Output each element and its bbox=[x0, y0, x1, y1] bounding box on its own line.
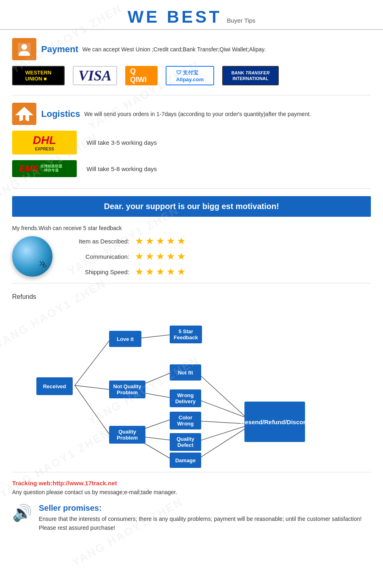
page-header: WE BEST Buyer Tips bbox=[0, 0, 383, 30]
logistics-header: Logistics We will send yours orders in 1… bbox=[12, 103, 371, 125]
divider-3 bbox=[12, 283, 371, 283]
refunds-section: Refunds bbox=[0, 285, 383, 470]
flow-received: Received bbox=[36, 377, 73, 395]
logistics-description: We will send yours orders in 1-7days (ac… bbox=[84, 111, 311, 117]
motivation-banner: Dear. your support is our bigg est motiv… bbox=[12, 196, 371, 217]
flowchart-container: Received Love it 5 Star Feedback Not Qua… bbox=[12, 309, 371, 462]
svg-line-4 bbox=[75, 385, 109, 434]
visa-logo: VISA bbox=[73, 66, 117, 85]
logistics-section: Logistics We will send yours orders in 1… bbox=[0, 97, 383, 187]
flow-quality-problem: Quality Problem bbox=[109, 426, 145, 444]
flow-wrong-delivery: Wrong Delivery bbox=[170, 389, 201, 407]
payment-icon bbox=[12, 38, 36, 60]
star-3: ★ bbox=[156, 235, 165, 247]
header-title: WE BEST bbox=[128, 7, 222, 26]
tracking-section: Tracking web:http://www.17track.net Any … bbox=[0, 474, 383, 498]
logistics-icon bbox=[12, 103, 36, 125]
star-s4: ★ bbox=[166, 266, 175, 277]
flow-five-star: 5 Star Feedback bbox=[170, 326, 202, 343]
flow-damage: Damage bbox=[170, 453, 201, 468]
star-5: ★ bbox=[177, 235, 186, 247]
payment-svg-icon bbox=[16, 41, 32, 57]
rating-label-ship: Shipping Speed: bbox=[65, 269, 129, 275]
svg-line-11 bbox=[198, 373, 246, 418]
western-union-logo: WESTERNUNION ■ bbox=[12, 66, 65, 85]
ems-logo: EMS 全球邮政联盟特快专递 bbox=[12, 160, 77, 177]
payment-label: Payment bbox=[41, 44, 78, 55]
star-c5: ★ bbox=[177, 251, 186, 262]
payment-section: Payment We can accept West Union ;Credit… bbox=[0, 34, 383, 93]
ems-days: Will take 5-8 working days bbox=[86, 165, 157, 172]
alipay-logo: 🛡 支付宝Alipay.com bbox=[166, 66, 214, 85]
speaker-icon: 🔊 bbox=[12, 503, 32, 522]
svg-line-14 bbox=[198, 426, 246, 441]
divider-1 bbox=[12, 95, 371, 95]
stars-comm: ★ ★ ★ ★ ★ bbox=[135, 251, 186, 262]
stars-item: ★ ★ ★ ★ ★ bbox=[135, 235, 186, 247]
feedback-intro: My frends.Wish can receive 5 star feedba… bbox=[12, 225, 371, 231]
rating-row-shipping: Shipping Speed: ★ ★ ★ ★ ★ bbox=[65, 266, 186, 277]
promises-title: Seller promises: bbox=[39, 503, 371, 513]
star-s2: ★ bbox=[145, 266, 154, 277]
star-s3: ★ bbox=[156, 266, 165, 277]
ems-shipping-item: EMS 全球邮政联盟特快专递 Will take 5-8 working day… bbox=[12, 160, 371, 177]
rating-label-comm: Communication: bbox=[65, 253, 129, 260]
svg-line-3 bbox=[75, 385, 109, 389]
svg-line-12 bbox=[198, 400, 246, 418]
divider-2 bbox=[12, 188, 371, 189]
tracking-text: Tracking web:http://www.17track.net bbox=[12, 480, 371, 486]
feedback-content: » Item as Described: ★ ★ ★ ★ ★ Communica… bbox=[12, 235, 371, 277]
dhl-days: Will take 3-5 working days bbox=[86, 139, 157, 146]
stars-ship: ★ ★ ★ ★ ★ bbox=[135, 266, 186, 277]
star-1: ★ bbox=[135, 235, 144, 247]
star-4: ★ bbox=[166, 235, 175, 247]
qiwi-logo: Q QIWI bbox=[125, 66, 158, 85]
payment-header: Payment We can accept West Union ;Credit… bbox=[12, 38, 371, 60]
star-c1: ★ bbox=[135, 251, 144, 262]
star-s1: ★ bbox=[135, 266, 144, 277]
star-s5: ★ bbox=[177, 266, 186, 277]
divider-4 bbox=[12, 472, 371, 472]
feedback-globe: » bbox=[12, 236, 53, 277]
promises-section: 🔊 Seller promises: Ensure that the inter… bbox=[0, 498, 383, 538]
rating-row-communication: Communication: ★ ★ ★ ★ ★ bbox=[65, 251, 186, 262]
refunds-label: Refunds bbox=[12, 293, 371, 300]
star-c4: ★ bbox=[166, 251, 175, 262]
payment-logos: WESTERNUNION ■ VISA Q QIWI 🛡 支付宝Alipay.c… bbox=[12, 66, 371, 85]
dhl-shipping-item: DHL EXPRESS Will take 3-5 working days bbox=[12, 131, 371, 154]
motivation-text: Dear. your support is our bigg est motiv… bbox=[104, 202, 279, 211]
logistics-label: Logistics bbox=[41, 109, 80, 119]
svg-line-15 bbox=[198, 428, 246, 459]
svg-line-2 bbox=[75, 341, 109, 385]
airplane-icon bbox=[12, 102, 36, 126]
header-subtitle: Buyer Tips bbox=[227, 17, 255, 24]
flow-color-wrong: Color Wrong bbox=[170, 412, 201, 429]
flow-quality-defect: Quality Defect bbox=[170, 433, 201, 451]
flow-love-it: Love it bbox=[109, 331, 141, 347]
tracking-sub: Any question please contact us by messag… bbox=[12, 489, 371, 495]
star-c2: ★ bbox=[145, 251, 154, 262]
bank-transfer-logo: BANK TRANSFERINTERNATIONAL bbox=[222, 66, 279, 85]
feedback-ratings: Item as Described: ★ ★ ★ ★ ★ Communicati… bbox=[65, 235, 186, 277]
flow-not-quality: Not Quality Problem bbox=[109, 381, 145, 398]
rating-label-item: Item as Described: bbox=[65, 238, 129, 245]
svg-line-13 bbox=[198, 421, 246, 424]
promises-content: Seller promises: Ensure that the interes… bbox=[39, 503, 371, 533]
star-2: ★ bbox=[145, 235, 154, 247]
star-c3: ★ bbox=[156, 251, 165, 262]
feedback-section: My frends.Wish can receive 5 star feedba… bbox=[0, 221, 383, 281]
promises-text: Ensure that the interests of consumers; … bbox=[39, 514, 371, 533]
flow-resend: Resend/Refund/Discont bbox=[244, 402, 305, 442]
payment-description: We can accept West Union ;Credit card;Ba… bbox=[82, 46, 266, 53]
rating-row-item-as-described: Item as Described: ★ ★ ★ ★ ★ bbox=[65, 235, 186, 247]
flow-not-fit: Not fit bbox=[170, 364, 201, 381]
dhl-logo: DHL EXPRESS bbox=[12, 131, 77, 154]
svg-point-1 bbox=[21, 44, 27, 50]
